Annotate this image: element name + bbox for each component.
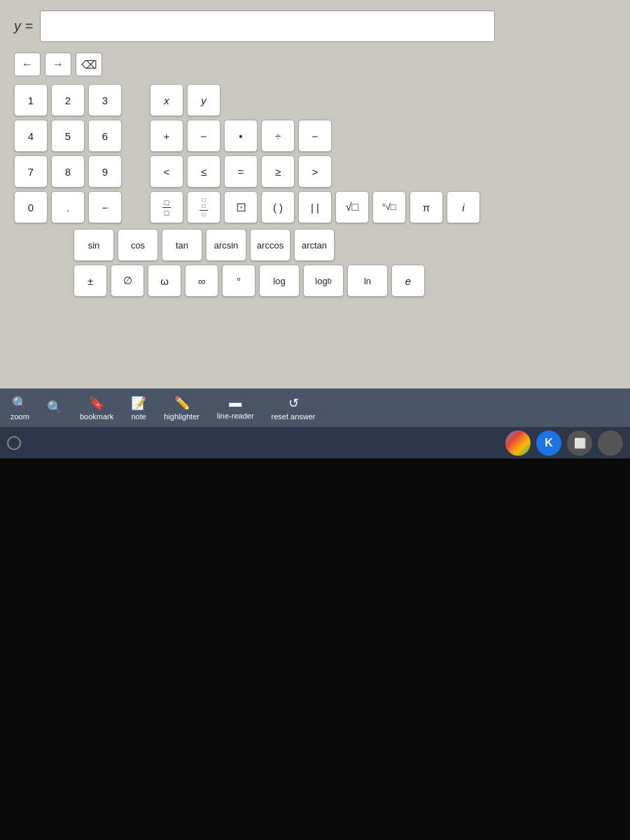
- key-parens[interactable]: ( ): [261, 191, 295, 223]
- extra-icon[interactable]: [598, 430, 623, 456]
- key-arcsin[interactable]: arcsin: [206, 229, 246, 261]
- key-y[interactable]: y: [187, 84, 220, 116]
- key-leq[interactable]: ≤: [187, 155, 220, 188]
- key-6[interactable]: 6: [88, 120, 122, 152]
- key-9[interactable]: 9: [88, 155, 122, 188]
- key-row-log: ± ∅ ω ∞ ° log logb ln e: [14, 265, 616, 297]
- taskbar-left: [7, 436, 21, 450]
- toolbar-bookmark[interactable]: 🔖 bookmark: [80, 396, 113, 421]
- bookmark-label: bookmark: [80, 412, 113, 421]
- key-row-trig: sin cos tan arcsin arccos arctan: [14, 229, 616, 261]
- key-arccos[interactable]: arccos: [250, 229, 290, 261]
- zoom-label: zoom: [10, 412, 29, 421]
- key-less[interactable]: <: [150, 155, 183, 188]
- reset-icon: ↺: [288, 396, 299, 411]
- zoom2-icon: 🔍: [47, 400, 62, 415]
- key-5[interactable]: 5: [51, 120, 85, 152]
- key-equals[interactable]: =: [224, 155, 258, 188]
- key-row-4: 0 . − □ □ □ □ □ ⊡: [14, 191, 616, 223]
- key-7[interactable]: 7: [14, 155, 48, 188]
- key-logb[interactable]: logb: [303, 265, 344, 297]
- key-tan[interactable]: tan: [162, 229, 202, 261]
- key-sqrt[interactable]: √□: [335, 191, 369, 223]
- keyboard-area: 1 2 3 x y 4 5 6 + − • ÷ − 7 8 9 < ≤ =: [14, 84, 616, 300]
- line-reader-icon: ▬: [229, 396, 241, 410]
- bookmark-icon: 🔖: [89, 396, 104, 411]
- key-empty-set[interactable]: ∅: [111, 265, 144, 297]
- key-plus-minus[interactable]: ±: [74, 265, 107, 297]
- key-x[interactable]: x: [150, 84, 183, 116]
- key-nth-root[interactable]: n√□: [372, 191, 406, 223]
- key-ln[interactable]: ln: [347, 265, 388, 297]
- key-minus2[interactable]: −: [298, 120, 332, 152]
- zoom-icon: 🔍: [12, 396, 27, 411]
- delete-button[interactable]: ⌫: [76, 52, 102, 76]
- key-e[interactable]: e: [391, 265, 425, 297]
- toolbar-zoom[interactable]: 🔍 zoom: [10, 396, 29, 421]
- key-mixed-number[interactable]: □ □ □: [187, 191, 220, 223]
- key-omega[interactable]: ω: [148, 265, 181, 297]
- key-abs[interactable]: | |: [298, 191, 332, 223]
- key-degree[interactable]: °: [222, 265, 255, 297]
- bottom-taskbar: K ⬜: [0, 427, 630, 458]
- k-app-icon[interactable]: K: [536, 430, 561, 456]
- main-area: y = ← → ⌫ 1 2 3 x y 4 5 6 + − • ÷ −: [0, 0, 630, 434]
- key-greater[interactable]: >: [298, 155, 332, 188]
- note-label: note: [131, 412, 146, 421]
- key-dot-mult[interactable]: •: [224, 120, 258, 152]
- dark-bottom-area: [0, 458, 630, 840]
- line-reader-label: line-reader: [217, 412, 254, 420]
- key-3[interactable]: 3: [88, 84, 122, 116]
- key-4[interactable]: 4: [14, 120, 48, 152]
- key-fraction[interactable]: □ □: [150, 191, 183, 223]
- key-decimal[interactable]: .: [51, 191, 85, 223]
- toolbar-line-reader[interactable]: ▬ line-reader: [217, 396, 254, 420]
- reset-label: reset answer: [272, 412, 316, 421]
- circle-indicator: [7, 436, 21, 450]
- key-8[interactable]: 8: [51, 155, 85, 188]
- taskbar-right: K ⬜: [505, 430, 623, 456]
- key-1[interactable]: 1: [14, 84, 48, 116]
- key-minus[interactable]: −: [187, 120, 220, 152]
- toolbar-highlighter[interactable]: ✏️ highlighter: [164, 396, 200, 421]
- key-matrix[interactable]: ⊡: [224, 191, 258, 223]
- key-negative[interactable]: −: [88, 191, 122, 223]
- y-equals-label: y =: [14, 18, 33, 34]
- highlighter-icon: ✏️: [174, 396, 190, 411]
- toolbar: 🔍 zoom 🔍 🔖 bookmark 📝 note ✏️ highlighte…: [0, 388, 630, 427]
- highlighter-label: highlighter: [164, 412, 200, 421]
- key-log[interactable]: log: [259, 265, 300, 297]
- toolbar-note[interactable]: 📝 note: [131, 396, 146, 421]
- key-row-1: 1 2 3 x y: [14, 84, 616, 116]
- google-icon[interactable]: [505, 430, 531, 456]
- equation-input-box[interactable]: [40, 10, 495, 42]
- key-infinity[interactable]: ∞: [185, 265, 218, 297]
- key-row-3: 7 8 9 < ≤ = ≥ >: [14, 155, 616, 188]
- key-geq[interactable]: ≥: [261, 155, 295, 188]
- key-imaginary[interactable]: i: [447, 191, 480, 223]
- key-pi[interactable]: π: [410, 191, 443, 223]
- key-0[interactable]: 0: [14, 191, 48, 223]
- toolbar-zoom2[interactable]: 🔍: [47, 400, 62, 416]
- key-sin[interactable]: sin: [74, 229, 114, 261]
- back-button[interactable]: ←: [14, 52, 41, 76]
- key-plus[interactable]: +: [150, 120, 183, 152]
- key-row-2: 4 5 6 + − • ÷ −: [14, 120, 616, 152]
- toolbar-reset-answer[interactable]: ↺ reset answer: [272, 396, 316, 421]
- key-cos[interactable]: cos: [118, 229, 158, 261]
- note-icon: 📝: [131, 396, 146, 411]
- key-2[interactable]: 2: [51, 84, 85, 116]
- forward-button[interactable]: →: [45, 52, 71, 76]
- equation-display: y =: [14, 10, 495, 42]
- key-arctan[interactable]: arctan: [294, 229, 335, 261]
- key-divide[interactable]: ÷: [261, 120, 295, 152]
- nav-bar: ← → ⌫: [14, 52, 102, 76]
- window-icon[interactable]: ⬜: [567, 430, 592, 456]
